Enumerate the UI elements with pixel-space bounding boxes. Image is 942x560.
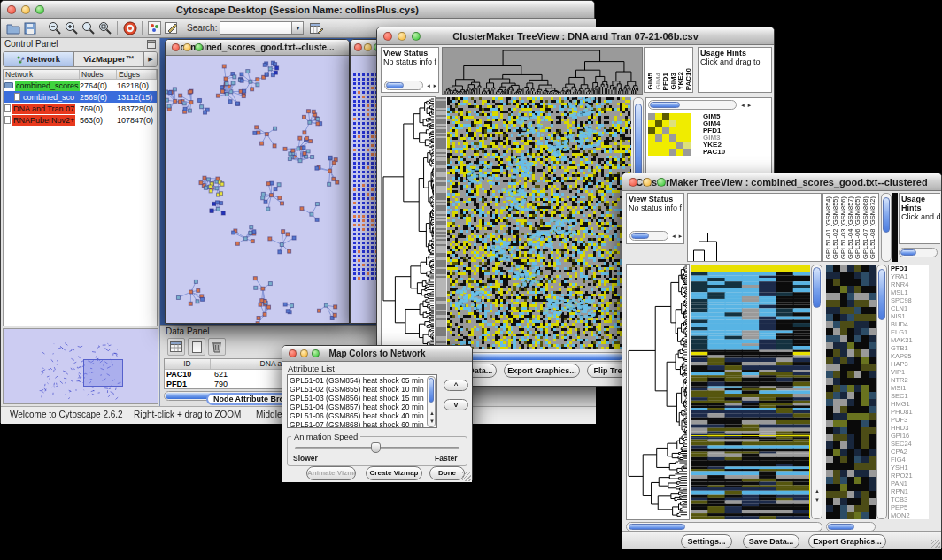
zoom-matrix-cell[interactable] (676, 142, 683, 149)
status-hscrollbar[interactable] (384, 81, 423, 90)
zoom-matrix[interactable] (648, 113, 691, 156)
zoom-selected-icon[interactable] (97, 20, 113, 36)
network-row[interactable]: combined_scores2764(0)16218(0) (4, 80, 157, 91)
save-icon[interactable] (21, 20, 38, 36)
gene-label[interactable]: YSH1 (889, 464, 929, 472)
move-up-button[interactable]: ^ (444, 380, 468, 391)
zoom-matrix-cell[interactable] (669, 142, 676, 149)
gene-label[interactable]: NIS1 (889, 312, 929, 320)
zoom-matrix-cell[interactable] (676, 120, 683, 127)
vizmapper-icon[interactable] (146, 20, 163, 36)
trash-icon[interactable] (208, 338, 226, 356)
gene-label[interactable]: PUF3 (889, 416, 929, 424)
array-labels-panel[interactable]: GPL51-01 (GSM854)GPL51-02 (GSM855)GPL51-… (822, 193, 879, 262)
annotation-icon[interactable] (163, 20, 180, 36)
gene-label[interactable]: RPN1 (889, 487, 929, 495)
gene-label[interactable]: ELG1 (889, 328, 929, 336)
search-input[interactable] (220, 21, 292, 35)
zoom-in-icon[interactable] (63, 20, 80, 36)
gene-label[interactable]: HAP3 (889, 360, 929, 368)
zoom-vscrollbar[interactable] (876, 265, 887, 519)
close-button[interactable] (172, 43, 180, 51)
list-vscrollbar[interactable]: ▲ ▼ (427, 376, 436, 427)
gene-label[interactable]: VIP1 (889, 368, 929, 376)
animate-vizmap-button[interactable]: Animate Vizmap (306, 466, 356, 480)
zoom-matrix-cell[interactable] (655, 134, 662, 142)
close-button[interactable] (289, 349, 297, 357)
zoom-out-icon[interactable] (46, 20, 63, 36)
zoom-button[interactable] (35, 5, 44, 14)
zoom-heatmap-canvas[interactable] (826, 265, 876, 519)
zoom-matrix-cell[interactable] (655, 149, 662, 156)
zoom-matrix-cell[interactable] (655, 120, 662, 127)
gene-label[interactable]: CPA2 (889, 448, 929, 456)
zoom-matrix-cell[interactable] (683, 120, 691, 127)
global-heatmap-canvas[interactable] (447, 97, 631, 349)
zoom-matrix-cell[interactable] (648, 142, 655, 149)
hints-hscrollbar[interactable] (899, 248, 938, 257)
zoom-matrix-cell[interactable] (662, 142, 669, 149)
map-colors-titlebar[interactable]: Map Colors to Network (282, 346, 472, 362)
gene-label[interactable]: TCB3 (889, 495, 929, 503)
gene-labels-list[interactable]: PFD1YRA1RNR4MSL1SPC98CLN1NIS1BUD4ELG1MAK… (888, 265, 929, 519)
row-dendrogram-canvas[interactable] (382, 97, 435, 349)
attribute-list-item[interactable]: GPL51-02 (GSM855) heat shock 10 min (288, 385, 436, 394)
zoom-matrix-cell[interactable] (648, 113, 655, 120)
zoom-matrix-cell[interactable] (676, 149, 683, 156)
zoom-matrix-cell[interactable] (683, 142, 691, 149)
speed-slider-thumb[interactable] (371, 442, 381, 453)
labels-vscrollbar[interactable] (881, 193, 892, 262)
row-dendrogram-canvas[interactable] (627, 265, 689, 519)
scroll-arrows[interactable]: ◄ ► (426, 83, 438, 88)
status-hscrollbar[interactable] (629, 231, 668, 241)
zoom-matrix-cell[interactable] (676, 127, 683, 134)
column-dendrogram-canvas[interactable] (442, 47, 643, 95)
zoom-matrix-cell[interactable] (683, 113, 691, 120)
export-graphics-button[interactable]: Export Graphics... (808, 534, 886, 548)
attribute-list-item[interactable]: GPL51-06 (GSM865) heat shock 40 min (288, 411, 436, 420)
move-down-button[interactable]: v (444, 399, 468, 410)
zoom-matrix-cell[interactable] (655, 127, 662, 134)
zoom-matrix-cell[interactable] (683, 127, 691, 134)
gene-label[interactable]: KAP95 (889, 352, 929, 360)
network-view-titlebar[interactable]: combined_scores_good.txt--cluste... (166, 40, 349, 56)
zoom-matrix-cell[interactable] (648, 127, 655, 134)
minimize-button[interactable] (398, 32, 406, 41)
gene-label[interactable]: RPO21 (889, 472, 929, 479)
new-document-icon[interactable] (188, 338, 205, 356)
column-labels-panel[interactable]: GIM5GIM4PFD1GIM3YKE2PAC10 (644, 47, 693, 93)
gene-label[interactable]: MSL1 (889, 288, 929, 296)
network-overview-canvas[interactable] (4, 329, 158, 403)
search-dropdown-arrow[interactable]: ▼ (292, 21, 304, 35)
zoom-matrix-cell[interactable] (662, 113, 669, 120)
gene-label[interactable]: SPC98 (889, 296, 929, 304)
float-panel-icon[interactable] (147, 40, 156, 49)
gene-label[interactable]: GTB1 (889, 344, 929, 352)
zoom-matrix-cell[interactable] (655, 113, 662, 120)
zoom-matrix-cell[interactable] (676, 134, 683, 142)
gene-label[interactable]: MON2 (889, 511, 929, 519)
network-overview-panel[interactable] (3, 328, 158, 404)
zoom-button[interactable] (312, 349, 320, 357)
gene-label[interactable]: CLN1 (889, 304, 929, 312)
gene-label[interactable]: MSI1 (889, 384, 929, 392)
close-button[interactable] (354, 43, 362, 51)
close-button[interactable] (7, 5, 16, 14)
settings-button[interactable]: Settings... (681, 534, 732, 548)
zoom-matrix-cell[interactable] (669, 113, 676, 120)
gene-label[interactable]: HMG1 (889, 400, 929, 408)
gene-label[interactable]: BUD4 (889, 320, 929, 328)
main-titlebar[interactable]: Cytoscape Desktop (Session Name: collins… (1, 1, 594, 19)
zoom-matrix-cell[interactable] (648, 120, 655, 127)
resize-grip[interactable] (931, 540, 940, 548)
zoom-matrix-cell[interactable] (662, 120, 669, 127)
minimize-button[interactable] (300, 349, 308, 357)
export-graphics-button[interactable]: Export Graphics... (504, 364, 580, 378)
network-list-header[interactable]: Network Nodes Edges (4, 70, 157, 80)
zoom-button[interactable] (412, 32, 421, 41)
gene-label[interactable]: MAK31 (889, 336, 929, 344)
attribute-list-item[interactable]: GPL51-04 (GSM857) heat shock 20 min (288, 403, 436, 411)
scroll-arrows[interactable]: ◄ ► (740, 103, 753, 108)
network-canvas[interactable] (166, 56, 349, 323)
help-ring-icon[interactable] (121, 20, 138, 36)
